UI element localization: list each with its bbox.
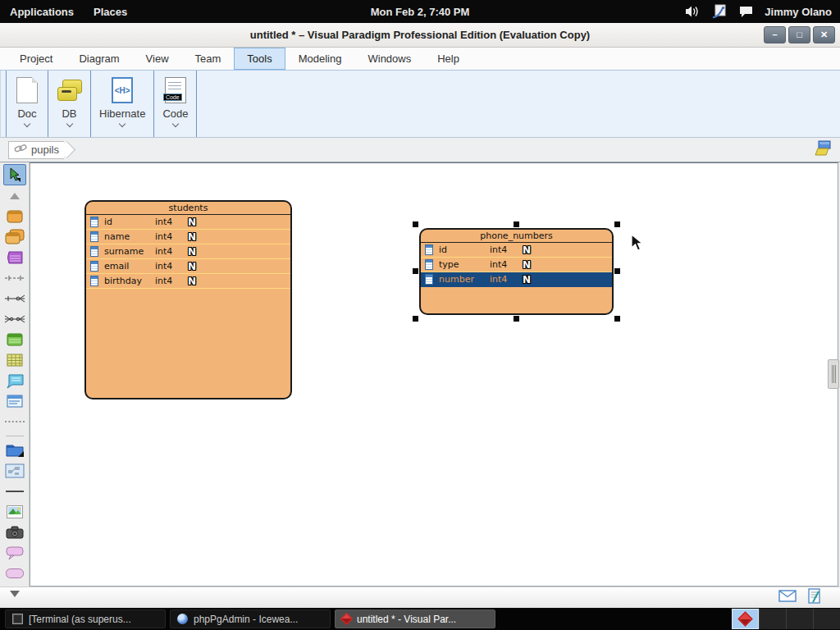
grid-table-tool[interactable] xyxy=(3,350,26,370)
column-icon xyxy=(425,274,433,285)
log-icon[interactable] xyxy=(808,588,822,607)
taskbar: [Terminal (as superus... phpPgAdmin - Ic… xyxy=(0,608,840,630)
many-to-many-relationship-tool[interactable] xyxy=(3,309,26,329)
database-table-tool[interactable] xyxy=(3,330,26,349)
note-tool[interactable] xyxy=(3,391,26,411)
column-row-selected[interactable]: number int4 N xyxy=(421,272,612,287)
breadcrumb-diagram-tab[interactable]: pupils xyxy=(8,141,64,159)
resize-handle-e[interactable] xyxy=(614,268,620,274)
column-icon xyxy=(90,246,98,257)
column-row[interactable]: id int4 N xyxy=(86,215,290,230)
tool-palette xyxy=(0,162,30,587)
diagram-canvas[interactable]: students id int4 N name int4 N surname i… xyxy=(30,162,838,587)
entity-tool[interactable] xyxy=(3,207,26,226)
volume-icon[interactable] xyxy=(685,5,700,18)
column-row[interactable]: name int4 N xyxy=(86,230,290,244)
column-row[interactable]: birthday int4 N xyxy=(86,274,290,289)
line-tool[interactable] xyxy=(3,482,26,501)
breadcrumb-diagram-name: pupils xyxy=(31,144,59,156)
column-type: int4 xyxy=(490,244,523,255)
column-icon xyxy=(90,231,98,242)
taskbar-phppgadmin-button[interactable]: phpPgAdmin - Icewea... xyxy=(170,609,331,628)
resize-handle-nw[interactable] xyxy=(413,221,418,227)
panel-splitter-grip[interactable] xyxy=(828,359,839,389)
db-button[interactable]: DB xyxy=(48,71,91,137)
column-row[interactable]: email int4 N xyxy=(86,259,290,274)
column-name: id xyxy=(104,217,155,227)
chat-bubble-icon[interactable] xyxy=(739,6,753,18)
chevron-down-icon xyxy=(119,121,126,127)
terminal-icon xyxy=(12,614,23,624)
one-to-many-relationship-tool[interactable] xyxy=(3,289,26,308)
document-icon xyxy=(16,75,38,105)
column-row[interactable]: type int4 N xyxy=(421,258,612,272)
applications-menu[interactable]: Applications xyxy=(0,0,84,23)
view-tool[interactable] xyxy=(3,248,26,267)
menu-diagram[interactable]: Diagram xyxy=(66,48,132,70)
visual-paradigm-icon xyxy=(340,613,354,626)
resize-handle-w[interactable] xyxy=(413,268,418,274)
scroll-down-icon[interactable] xyxy=(3,584,26,604)
taskbar-button-label: [Terminal (as superus... xyxy=(29,614,131,625)
diagram-overview-tool[interactable] xyxy=(3,461,26,481)
shortcut-folder-tool[interactable] xyxy=(3,441,26,460)
menu-tools[interactable]: Tools xyxy=(234,48,285,70)
maximize-button[interactable]: □ xyxy=(788,26,810,43)
menu-view[interactable]: View xyxy=(133,48,182,70)
resize-handle-ne[interactable] xyxy=(614,221,620,227)
menu-team[interactable]: Team xyxy=(182,48,235,70)
clock[interactable]: Mon Feb 2, 7:40 PM xyxy=(371,6,470,18)
db-label: DB xyxy=(62,107,76,120)
minimize-button[interactable]: – xyxy=(764,26,786,43)
menu-modeling[interactable]: Modeling xyxy=(285,48,355,70)
image-tool[interactable] xyxy=(3,502,26,522)
speech-bubble-tool[interactable] xyxy=(3,543,26,563)
multiple-entities-tool[interactable] xyxy=(3,227,26,247)
column-icon xyxy=(90,261,98,272)
nullable-badge: N xyxy=(523,259,531,271)
callout-tool[interactable] xyxy=(3,371,26,390)
layer-diagram-button[interactable] xyxy=(812,140,833,160)
column-row[interactable]: id int4 N xyxy=(421,243,612,258)
taskbar-visual-paradigm-button[interactable]: untitled * - Visual Par... xyxy=(335,609,495,628)
resize-handle-sw[interactable] xyxy=(413,316,418,322)
entity-students[interactable]: students id int4 N name int4 N surname i… xyxy=(84,200,292,399)
entity-phone-numbers[interactable]: phone_numbers id int4 N type int4 N numb… xyxy=(419,228,614,315)
resize-handle-n[interactable] xyxy=(514,221,519,227)
nullable-badge: N xyxy=(188,276,196,287)
visual-paradigm-icon xyxy=(737,611,752,626)
workspace-4[interactable] xyxy=(813,609,840,629)
code-button[interactable]: Code Code xyxy=(154,71,197,137)
hibernate-button[interactable]: <H> Hibernate xyxy=(91,71,154,137)
stylus-icon[interactable] xyxy=(711,4,728,19)
screen-capture-tool[interactable] xyxy=(3,523,26,542)
places-menu[interactable]: Places xyxy=(84,0,137,23)
scroll-up-icon[interactable] xyxy=(3,186,26,206)
column-row[interactable]: surname int4 N xyxy=(86,244,290,259)
workspace-3[interactable] xyxy=(786,609,813,629)
selection-cursor-tool[interactable] xyxy=(3,164,26,185)
taskbar-button-label: phpPgAdmin - Icewea... xyxy=(194,614,298,625)
rounded-rectangle-tool[interactable] xyxy=(3,564,26,583)
menu-project[interactable]: Project xyxy=(7,48,66,70)
column-type: int4 xyxy=(155,231,188,242)
resize-handle-se[interactable] xyxy=(614,316,620,322)
menu-help[interactable]: Help xyxy=(424,48,472,70)
dotted-line-tool[interactable] xyxy=(3,412,26,431)
workspace-2[interactable] xyxy=(759,609,786,629)
resize-handle-s[interactable] xyxy=(514,316,519,322)
message-icon[interactable] xyxy=(778,590,797,605)
column-name: surname xyxy=(104,246,155,257)
one-to-one-relationship-tool[interactable] xyxy=(3,268,26,288)
hibernate-icon: <H> xyxy=(112,75,133,105)
user-menu[interactable]: Jimmy Olano xyxy=(765,6,832,18)
close-button[interactable]: ✕ xyxy=(813,26,835,43)
column-name: name xyxy=(104,231,155,242)
window-title-bar[interactable]: untitled * – Visual Paradigm Professiona… xyxy=(0,23,840,48)
menu-windows[interactable]: Windows xyxy=(354,48,424,70)
column-type: int4 xyxy=(490,259,523,270)
iceweasel-icon xyxy=(177,614,188,624)
taskbar-terminal-button[interactable]: [Terminal (as superus... xyxy=(5,609,166,628)
doc-button[interactable]: Doc xyxy=(6,71,48,137)
workspace-1[interactable] xyxy=(732,609,759,629)
